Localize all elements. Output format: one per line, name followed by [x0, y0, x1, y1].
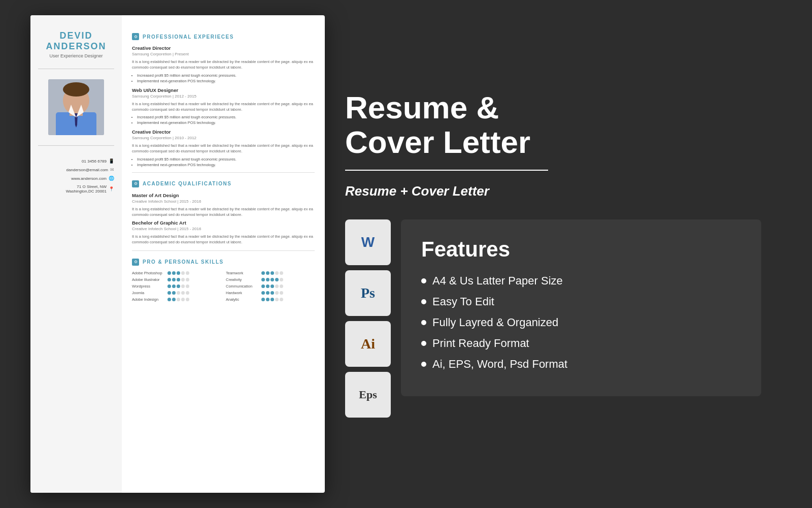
job-1-bullet-1: Increased profit $5 million amid tough e…	[137, 73, 315, 78]
right-section: Resume & Cover Letter Resume + Cover Let…	[325, 90, 782, 418]
job-1-bullet-2: Implemented next-generation POS technolo…	[137, 79, 315, 83]
edu-2-title: Bechelor of Graphic Art	[132, 220, 315, 226]
feature-1: A4 & Us Latter Paper Size	[421, 274, 741, 288]
feature-4: Print Ready Format	[421, 337, 741, 350]
education-icon	[132, 180, 139, 187]
job-2-desc: It is a long established fact that a rea…	[132, 101, 315, 113]
format-icon-eps: Eps	[345, 372, 391, 418]
sidebar-contacts: 01 3456 6789 📱 danderson@email.com ✉ www…	[38, 158, 114, 197]
skills-grid: Adobe Photoshop Teamwork Adobe Illustrat…	[132, 271, 315, 302]
job-3: Creative Director Samsung Corporetion | …	[132, 129, 315, 167]
edu-2: Bechelor of Graphic Art Creative Infotec…	[132, 220, 315, 245]
skill-teamwork: Teamwork	[226, 271, 315, 275]
website-icon: 🌐	[109, 176, 114, 181]
features-panel: Features A4 & Us Latter Paper Size Easy …	[401, 219, 761, 396]
address-text: 71 O Street, NWWashington,DC 20001	[66, 184, 107, 194]
skill-creativity: Creativity	[226, 277, 315, 282]
job-2-company: Samsung Corporetion | 2012 - 2015	[132, 94, 315, 99]
feature-3: Fully Layred & Organized	[421, 316, 741, 329]
website-text: www.anderson.com	[71, 176, 107, 181]
bottom-row: W Ps Ai Eps Features A4 & Us Latter Pape…	[345, 219, 761, 418]
skill-teamwork-dots	[261, 271, 283, 275]
job-2-bullets: Increased profit $5 million amid tough e…	[137, 115, 315, 125]
edu-1-desc: It is a long established fact that a rea…	[132, 206, 315, 218]
job-3-desc: It is a long established fact that a rea…	[132, 143, 315, 154]
skill-analytic-dots	[261, 298, 283, 301]
skill-analytic: Analytic	[226, 297, 315, 302]
job-1: Creative Director Samsung Corporetion | …	[132, 45, 315, 83]
ai-label: Ai	[361, 336, 375, 352]
resume-sidebar: DEVID ANDERSON User Experience Designer	[30, 15, 122, 493]
profile-photo	[48, 79, 104, 135]
resume-main: PROFESSIONAL EXPERIECES Creative Directo…	[122, 15, 325, 493]
edu-2-school: Creative Infotech School | 2015 - 2016	[132, 227, 315, 231]
contact-website: www.anderson.com 🌐	[38, 176, 114, 181]
feature-2-text: Easy To Edit	[432, 295, 494, 308]
format-icon-ai: Ai	[345, 321, 391, 367]
skill-hardwork: Hardwork	[226, 291, 315, 295]
job-3-company: Samsung Corporetion | 2010 - 2012	[132, 136, 315, 140]
word-label: W	[361, 234, 375, 250]
contact-email: danderson@email.com ✉	[38, 167, 114, 172]
experience-icon	[132, 33, 139, 40]
format-icons: W Ps Ai Eps	[345, 219, 391, 418]
feature-1-bullet	[421, 278, 426, 283]
feature-5-text: Ai, EPS, Word, Psd Format	[432, 358, 567, 371]
education-header: ACADEMIC QUALIFICATIONS	[132, 180, 315, 187]
format-icon-word: W	[345, 219, 391, 265]
skills-header: PRO & PERSONAL SKILLS	[132, 259, 315, 266]
edu-1: Master of Art Design Creative Infotech S…	[132, 193, 315, 218]
skill-analytic-name: Analytic	[226, 297, 259, 302]
skill-illustrator-name: Adobe Illustrator	[132, 277, 165, 282]
feature-3-bullet	[421, 320, 426, 325]
skill-wordpress-dots	[167, 284, 189, 288]
job-3-bullet-1: Increased profit $5 million amid tough e…	[137, 157, 315, 162]
skill-indesign-dots	[167, 298, 189, 301]
skill-wordpress: Wordpress	[132, 284, 221, 289]
main-title-line2: Cover Letter	[345, 124, 530, 160]
last-name: ANDERSON	[46, 41, 106, 52]
skills-icon	[132, 259, 139, 266]
subtitle: Resume + Cover Letter	[345, 183, 761, 199]
job-1-bullets: Increased profit $5 million amid tough e…	[137, 73, 315, 83]
skill-indesign: Adobe Indesign	[132, 297, 221, 302]
skill-communication: Communication	[226, 284, 315, 289]
skill-creativity-name: Creativity	[226, 277, 259, 282]
feature-5-bullet	[421, 362, 426, 367]
skill-photoshop: Adobe Photoshop	[132, 271, 221, 275]
divider-1	[132, 172, 315, 173]
experience-header: PROFESSIONAL EXPERIECES	[132, 33, 315, 40]
feature-3-text: Fully Layred & Organized	[432, 316, 558, 329]
experience-title: PROFESSIONAL EXPERIECES	[143, 34, 234, 40]
format-icon-ps: Ps	[345, 270, 391, 316]
contact-address: 71 O Street, NWWashington,DC 20001 📍	[38, 184, 114, 194]
email-text: danderson@email.com	[66, 168, 108, 172]
job-2-title: Web UI/UX Designer	[132, 87, 315, 93]
job-1-title: Creative Director	[132, 45, 315, 51]
skill-teamwork-name: Teamwork	[226, 271, 259, 275]
job-1-desc: It is a long established fact that a rea…	[132, 59, 315, 71]
sidebar-divider-1	[38, 69, 114, 69]
skill-indesign-name: Adobe Indesign	[132, 297, 165, 302]
svg-point-4	[63, 82, 89, 97]
skills-title: PRO & PERSONAL SKILLS	[143, 259, 224, 265]
feature-4-text: Print Ready Format	[432, 337, 529, 350]
divider-2	[132, 250, 315, 251]
job-2-bullet-2: Implemented next-generation POS technolo…	[137, 120, 315, 125]
eps-label: Eps	[359, 388, 377, 401]
skill-photoshop-name: Adobe Photoshop	[132, 271, 165, 275]
skill-creativity-dots	[261, 278, 283, 281]
title-divider	[345, 170, 548, 171]
skill-communication-name: Communication	[226, 284, 259, 289]
feature-5: Ai, EPS, Word, Psd Format	[421, 358, 741, 371]
first-name: DEVID	[46, 30, 106, 41]
skill-illustrator-dots	[167, 278, 189, 281]
job-2: Web UI/UX Designer Samsung Corporetion |…	[132, 87, 315, 125]
job-3-title: Creative Director	[132, 129, 315, 135]
skill-illustrator: Adobe Illustrator	[132, 277, 221, 282]
resume-preview: DEVID ANDERSON User Experience Designer	[30, 15, 325, 493]
feature-4-bullet	[421, 341, 426, 346]
skill-wordpress-name: Wordpress	[132, 284, 165, 289]
skill-joomla: Joomla	[132, 291, 221, 295]
person-svg	[48, 79, 104, 135]
